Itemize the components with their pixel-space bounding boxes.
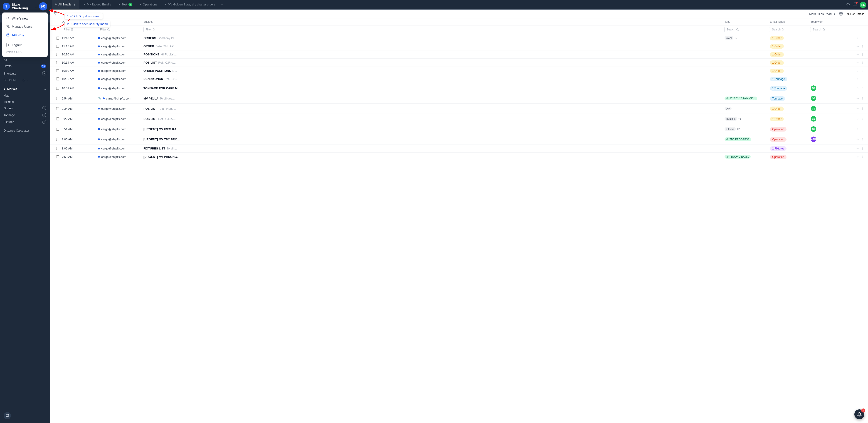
- reply-icon[interactable]: [856, 107, 859, 110]
- email-from: cargo@shipfix.com: [98, 36, 144, 40]
- folders-expand-icon[interactable]: ›: [28, 79, 46, 82]
- more-icon[interactable]: [861, 117, 864, 120]
- email-row[interactable]: 10:14 AM cargo@shipfix.com POS LISTRef. …: [50, 59, 868, 67]
- sidebar-item-insights[interactable]: Insights: [0, 98, 50, 105]
- notification-bell[interactable]: [853, 2, 857, 7]
- row-checkbox[interactable]: [54, 128, 62, 131]
- tab-my-tagged[interactable]: ⚑ My Tagged Emails: [80, 0, 114, 9]
- email-row[interactable]: 8:02 AM cargo@shipfix.com FIXTURES LISTT…: [50, 144, 868, 153]
- sidebar-item-drafts[interactable]: Drafts 15: [0, 63, 50, 69]
- email-row[interactable]: 11:16 AM cargo@shipfix.com ORDERDate. 28…: [50, 42, 868, 51]
- email-row[interactable]: 10:01 AM cargo@shipfix.com TONNAGE FOR C…: [50, 83, 868, 93]
- email-row[interactable]: 10:30 AM cargo@shipfix.com POSITIONSHi F…: [50, 51, 868, 59]
- email-row[interactable]: 9:54 AM 📎 cargo@shipfix.com MV PELLATo a…: [50, 93, 868, 104]
- tab-all-emails[interactable]: ⚑ All Emails ⋮: [52, 0, 80, 9]
- reply-icon[interactable]: [856, 69, 859, 73]
- bottom-notification-button[interactable]: 1: [855, 410, 864, 419]
- more-icon[interactable]: [861, 78, 864, 81]
- row-checkbox[interactable]: [54, 45, 62, 48]
- row-checkbox[interactable]: [54, 117, 62, 120]
- more-icon[interactable]: [861, 61, 864, 64]
- sidebar-shortcuts[interactable]: Shortcuts +: [0, 70, 50, 77]
- sidebar-item-all[interactable]: All: [0, 57, 50, 63]
- sidebar-item-map[interactable]: Map: [0, 92, 50, 98]
- more-icon[interactable]: [861, 45, 864, 48]
- more-icon[interactable]: [861, 69, 864, 73]
- row-checkbox[interactable]: [54, 78, 62, 80]
- distance-calculator[interactable]: Distance Calculator: [0, 127, 50, 134]
- orders-add-button[interactable]: +: [42, 106, 46, 110]
- reply-icon[interactable]: [856, 128, 859, 131]
- dropdown-whats-new[interactable]: What's new: [2, 14, 48, 23]
- email-row[interactable]: 10:10 AM cargo@shipfix.com ORDER POSITIO…: [50, 67, 868, 75]
- reply-icon[interactable]: [856, 78, 859, 81]
- sidebar-dropdown-chevron[interactable]: ⌄: [35, 5, 37, 8]
- row-checkbox[interactable]: [54, 147, 62, 150]
- row-checkbox[interactable]: [54, 87, 62, 90]
- filter-teamwork[interactable]: Search: [811, 27, 856, 32]
- dropdown-logout[interactable]: Logout: [2, 41, 48, 49]
- compose-button[interactable]: [39, 2, 47, 10]
- sidebar-item-orders[interactable]: Orders +: [0, 105, 50, 112]
- tab-add-button[interactable]: +: [219, 1, 225, 9]
- email-row[interactable]: 9:34 AM cargo@shipfix.com POS LISTTo all…: [50, 104, 868, 114]
- more-icon[interactable]: [861, 147, 864, 150]
- row-checkbox[interactable]: [54, 97, 62, 100]
- reply-icon[interactable]: [856, 45, 859, 48]
- mark-all-read-button[interactable]: Mark All as Read: [809, 12, 836, 16]
- more-icon[interactable]: [861, 107, 864, 110]
- filter-date[interactable]: Filter: [62, 27, 98, 32]
- more-icon[interactable]: [861, 36, 864, 39]
- tonnage-add-button[interactable]: +: [42, 113, 46, 117]
- more-icon[interactable]: [861, 87, 864, 90]
- more-icon[interactable]: [861, 53, 864, 56]
- tab-test[interactable]: ⚑ Test 1: [115, 0, 135, 9]
- email-row[interactable]: 9:22 AM cargo@shipfix.com POS LISTRef. I…: [50, 114, 868, 124]
- email-row[interactable]: 10:06 AM cargo@shipfix.com DENIZKONAKRef…: [50, 75, 868, 83]
- sidebar-item-fixtures[interactable]: Fixtures +: [0, 118, 50, 125]
- row-checkbox[interactable]: [54, 69, 62, 72]
- tab-operations[interactable]: ⚑ Operations: [136, 0, 160, 9]
- email-row[interactable]: 11:18 AM cargo@shipfix.com ORDERSGood da…: [50, 34, 868, 42]
- shortcuts-add-button[interactable]: +: [42, 71, 46, 76]
- filter-tags[interactable]: Search: [724, 27, 770, 32]
- tab-more-icon[interactable]: ⋮: [73, 2, 76, 7]
- filter-email-types[interactable]: Search: [770, 27, 811, 32]
- reply-icon[interactable]: [856, 36, 859, 39]
- row-checkbox[interactable]: [54, 107, 62, 110]
- dropdown-manage-users[interactable]: Manage Users: [2, 23, 48, 31]
- row-checkbox[interactable]: [54, 36, 62, 39]
- reply-icon[interactable]: [856, 53, 859, 56]
- chat-button[interactable]: [4, 412, 46, 419]
- more-icon[interactable]: [861, 138, 864, 141]
- email-row[interactable]: 8:51 AM cargo@shipfix.com [URGENT] MV IR…: [50, 124, 868, 134]
- more-icon[interactable]: [861, 128, 864, 131]
- filter-icon[interactable]: [54, 12, 57, 16]
- reply-icon[interactable]: [856, 138, 859, 141]
- reply-icon[interactable]: [856, 97, 859, 100]
- folders-search-icon[interactable]: [23, 79, 26, 82]
- dropdown-security[interactable]: Security: [2, 31, 48, 39]
- reply-icon[interactable]: [856, 87, 859, 90]
- user-avatar[interactable]: RL: [860, 2, 866, 8]
- reply-icon[interactable]: [856, 155, 859, 158]
- market-header[interactable]: ● Market ⌄: [0, 85, 50, 92]
- email-row[interactable]: 8:05 AM cargo@shipfix.com [URGENT] MV TB…: [50, 134, 868, 144]
- filter-subject[interactable]: Filter: [144, 27, 724, 32]
- more-icon[interactable]: [861, 97, 864, 100]
- row-checkbox[interactable]: [54, 138, 62, 141]
- fixtures-add-button[interactable]: +: [42, 120, 46, 124]
- row-checkbox[interactable]: [54, 53, 62, 56]
- more-icon[interactable]: [861, 155, 864, 158]
- row-checkbox[interactable]: [54, 156, 62, 158]
- row-checkbox[interactable]: [54, 61, 62, 64]
- email-row[interactable]: 7:58 AM cargo@shipfix.com [URGENT] MV PH…: [50, 153, 868, 161]
- search-icon[interactable]: [846, 3, 850, 7]
- settings-icon[interactable]: [839, 12, 843, 16]
- reply-icon[interactable]: [856, 61, 859, 64]
- sidebar-item-tonnage[interactable]: Tonnage +: [0, 112, 50, 118]
- reply-icon[interactable]: [856, 117, 859, 120]
- tab-mv-golden[interactable]: ⚑ MV Golden Spray dry charter orders: [161, 0, 219, 9]
- reply-icon[interactable]: [856, 147, 859, 150]
- filter-from[interactable]: Filter: [98, 27, 144, 32]
